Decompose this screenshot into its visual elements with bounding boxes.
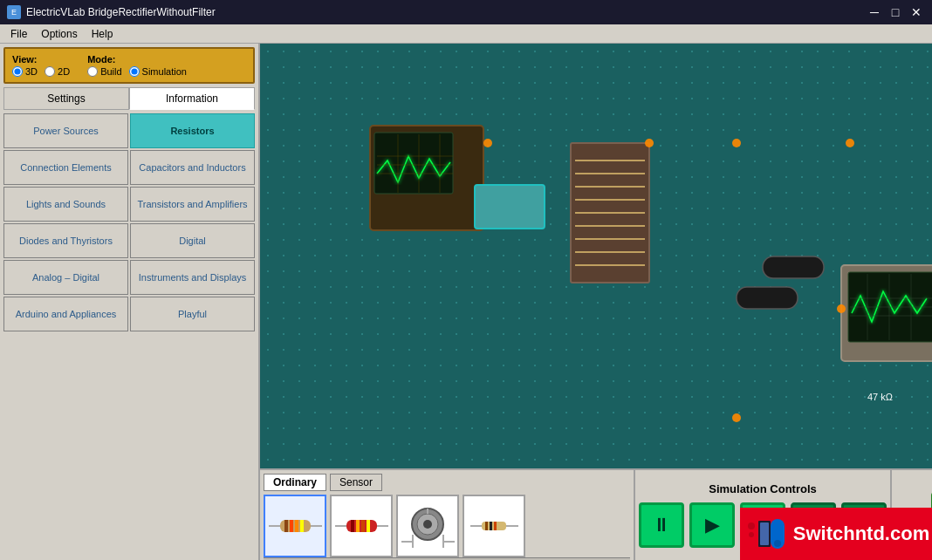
mode-simulation-label: Simulation	[142, 66, 187, 77]
svg-rect-91	[760, 522, 769, 545]
tray-item-3[interactable]	[396, 495, 459, 557]
btn-playful[interactable]: Playful	[130, 297, 255, 331]
tray-item-4[interactable]	[463, 495, 525, 557]
svg-rect-69	[367, 520, 370, 532]
view-3d-radio[interactable]	[12, 66, 23, 77]
nintendo-switch-logo	[743, 512, 786, 556]
nintendo-badge: Switchntd.com	[740, 508, 932, 560]
tab-settings[interactable]: Settings	[3, 87, 129, 110]
component-row-5: Analog – Digital Instruments and Display…	[3, 260, 255, 295]
svg-point-89	[774, 540, 781, 547]
pause-button[interactable]: ⏸	[639, 502, 684, 548]
tray-item-1[interactable]	[264, 495, 326, 557]
resistor-2-icon	[333, 509, 390, 543]
view-2d-option[interactable]: 2D	[45, 66, 70, 77]
menu-file[interactable]: File	[3, 26, 34, 42]
btn-transistors-amplifiers[interactable]: Transistors and Amplifiers	[130, 187, 255, 222]
btn-diodes-thyristors[interactable]: Diodes and Thyristors	[3, 223, 128, 258]
tab-information[interactable]: Information	[129, 87, 255, 110]
svg-rect-20	[737, 287, 798, 309]
btn-instruments-displays[interactable]: Instruments and Displays	[130, 260, 255, 295]
svg-rect-62	[300, 520, 304, 532]
title-bar-left: E ElectricVLab BridgeRectifierWithoutFil…	[7, 5, 216, 19]
svg-point-52	[732, 139, 741, 147]
menu-bar: File Options Help	[0, 24, 932, 44]
window-title: ElectricVLab BridgeRectifierWithoutFilte…	[26, 6, 216, 18]
component-row-2: Connection Elements Capacitors and Induc…	[3, 150, 255, 185]
svg-point-50	[483, 139, 492, 147]
resistor-1-icon	[267, 509, 324, 543]
component-tray: Ordinary Sensor	[260, 470, 635, 560]
svg-text:47 kΩ: 47 kΩ	[867, 392, 893, 402]
svg-point-86	[748, 522, 755, 529]
mode-simulation-option[interactable]: Simulation	[129, 66, 187, 77]
view-controls-panel: View Controls ↑ 🔍	[890, 470, 932, 560]
mode-build-radio[interactable]	[87, 66, 98, 77]
view-3d-option[interactable]: 3D	[12, 66, 38, 77]
svg-rect-59	[284, 520, 288, 532]
right-area: 47 kΩ	[260, 44, 932, 560]
mode-build-label: Build	[100, 66, 121, 77]
circuit-container: 47 kΩ	[260, 44, 932, 468]
component-row-6: Arduino and Appliances Playful	[3, 297, 255, 331]
mode-simulation-radio[interactable]	[129, 66, 140, 77]
mode-label: Mode:	[87, 54, 187, 65]
minimize-button[interactable]: ─	[866, 3, 883, 21]
menu-help[interactable]: Help	[85, 26, 120, 42]
svg-rect-82	[490, 522, 492, 530]
svg-rect-83	[494, 522, 497, 530]
svg-rect-61	[295, 520, 298, 532]
component-row-4: Diodes and Thyristors Digital	[3, 223, 255, 258]
menu-options[interactable]: Options	[34, 26, 84, 42]
canvas-background: 47 kΩ	[260, 44, 932, 468]
svg-point-55	[732, 413, 741, 422]
btn-capacitors-inductors[interactable]: Capacitors and Inductors	[130, 150, 255, 185]
maximize-button[interactable]: □	[887, 3, 904, 21]
panel-tabs: Settings Information	[3, 87, 255, 110]
tray-item-2[interactable]	[330, 495, 393, 557]
view-mode-panel: View: 3D 2D Mode:	[3, 47, 255, 84]
mode-build-option[interactable]: Build	[87, 66, 121, 77]
tray-tab-sensor[interactable]: Sensor	[330, 474, 382, 491]
svg-point-53	[846, 139, 854, 147]
svg-point-73	[423, 520, 432, 529]
scroll-left-btn[interactable]: ‹	[264, 557, 273, 561]
btn-connection-elements[interactable]: Connection Elements	[3, 150, 128, 185]
btn-power-sources[interactable]: Power Sources	[3, 113, 128, 148]
resistor-small-icon	[466, 509, 523, 543]
window-controls[interactable]: ─ □ ✕	[866, 3, 925, 21]
btn-digital[interactable]: Digital	[130, 223, 255, 258]
tray-tabs: Ordinary Sensor	[264, 474, 630, 491]
svg-rect-19	[763, 256, 824, 278]
view-3d-label: 3D	[25, 66, 38, 77]
mode-radio-group: Build Simulation	[87, 66, 187, 77]
canvas-area[interactable]: 47 kΩ	[260, 44, 932, 468]
title-bar: E ElectricVLab BridgeRectifierWithoutFil…	[0, 0, 932, 24]
scroll-right-btn[interactable]: ›	[378, 557, 387, 561]
view-label: View:	[12, 54, 70, 65]
bottom-area: Ordinary Sensor	[260, 468, 932, 560]
btn-analog-digital[interactable]: Analog – Digital	[3, 260, 128, 295]
view-mode-row: View: 3D 2D Mode:	[12, 54, 246, 77]
svg-point-51	[645, 139, 654, 147]
play-button[interactable]: ▶	[689, 502, 735, 548]
component-row-3: Lights and Sounds Transistors and Amplif…	[3, 187, 255, 222]
svg-rect-66	[351, 520, 354, 532]
view-2d-radio[interactable]	[45, 66, 55, 77]
svg-point-56	[837, 304, 846, 313]
view-section: View: 3D 2D	[12, 54, 70, 77]
view-2d-label: 2D	[58, 66, 70, 77]
main-layout: View: 3D 2D Mode:	[0, 44, 932, 560]
svg-rect-68	[361, 520, 365, 532]
badge-text: Switchntd.com	[793, 522, 929, 545]
btn-arduino-appliances[interactable]: Arduino and Appliances	[3, 297, 128, 331]
tray-items	[264, 495, 630, 557]
close-button[interactable]: ✕	[908, 3, 925, 21]
svg-rect-60	[290, 520, 293, 532]
btn-resistors[interactable]: Resistors	[130, 113, 255, 148]
btn-lights-sounds[interactable]: Lights and Sounds	[3, 187, 128, 222]
svg-rect-67	[356, 520, 360, 532]
tray-tab-ordinary[interactable]: Ordinary	[264, 474, 326, 491]
left-panel: View: 3D 2D Mode:	[0, 44, 260, 560]
view-radio-group: 3D 2D	[12, 66, 70, 77]
